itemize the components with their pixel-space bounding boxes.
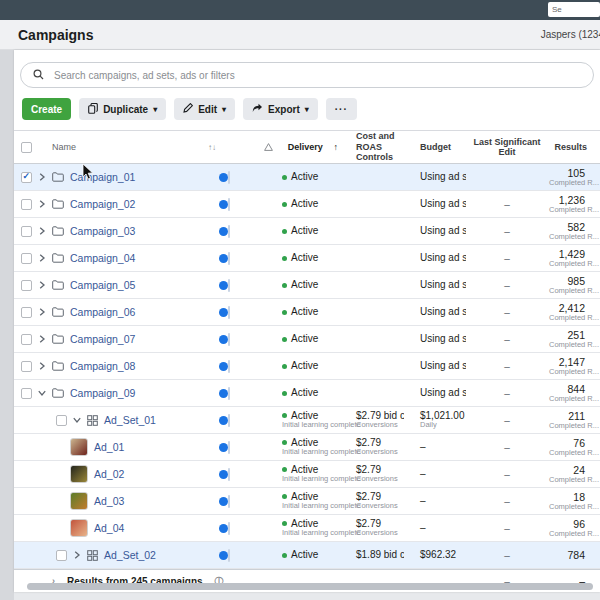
row-name-link[interactable]: Campaign_06 — [70, 306, 135, 318]
table-row[interactable]: Campaign_08 Active Using ad s... – 2,147… — [14, 353, 600, 380]
row-name-link[interactable]: Campaign_01 — [70, 171, 135, 183]
row-checkbox[interactable] — [56, 415, 67, 426]
delivery-status: Active — [291, 306, 318, 318]
column-header-delivery[interactable]: Delivery — [288, 142, 323, 152]
row-checkbox[interactable] — [21, 253, 32, 264]
search-bar[interactable]: Search campaigns, ad sets, ads or filter… — [20, 62, 594, 88]
expand-chevron-icon[interactable] — [73, 551, 81, 559]
row-checkbox[interactable] — [21, 361, 32, 372]
duplicate-icon — [88, 103, 98, 116]
expand-chevron-icon[interactable] — [38, 389, 52, 397]
column-header-last-edit[interactable]: Last Significant Edit — [466, 137, 548, 158]
delivery-toggle[interactable] — [228, 171, 230, 184]
delivery-toggle[interactable] — [228, 387, 230, 400]
export-label: Export — [268, 104, 300, 115]
results-type: Completed R... — [548, 341, 600, 350]
delivery-toggle[interactable] — [228, 549, 230, 562]
row-name-link[interactable]: Ad_Set_02 — [104, 549, 156, 561]
expand-chevron-icon[interactable] — [38, 362, 52, 370]
table-row[interactable]: Campaign_07 Active Using ad s... – 251 C… — [14, 326, 600, 353]
table-row[interactable]: Campaign_01 Active Using ad s... 105 Com… — [14, 164, 600, 191]
row-name-link[interactable]: Campaign_05 — [70, 279, 135, 291]
delivery-toggle[interactable] — [228, 495, 230, 508]
chevron-down-icon[interactable]: ▾ — [305, 105, 309, 114]
row-name-link[interactable]: Ad_03 — [94, 495, 124, 507]
global-search-input[interactable]: Se — [548, 2, 600, 17]
row-checkbox[interactable] — [21, 172, 32, 183]
table-row[interactable]: Campaign_02 Active Using ad s... – 1,236… — [14, 191, 600, 218]
expand-chevron-icon[interactable] — [38, 308, 52, 316]
column-header-budget[interactable]: Budget — [404, 142, 466, 152]
sort-icon[interactable]: ↑↓ — [208, 143, 228, 152]
column-header-cost[interactable]: Cost and ROAS Controls — [340, 131, 404, 162]
row-name-link[interactable]: Campaign_08 — [70, 360, 135, 372]
budget-value: Using ad s... — [420, 198, 466, 210]
delivery-toggle[interactable] — [228, 333, 230, 346]
column-header-results[interactable]: Results — [548, 142, 600, 152]
expand-chevron-icon[interactable] — [38, 200, 52, 208]
expand-chevron-icon[interactable] — [38, 227, 52, 235]
account-name[interactable]: Jaspers (1234 — [541, 29, 600, 40]
delivery-toggle[interactable] — [228, 360, 230, 373]
delivery-toggle[interactable] — [228, 441, 230, 454]
budget-value: Using ad s... — [420, 387, 466, 399]
row-name-link[interactable]: Ad_01 — [94, 441, 124, 453]
row-checkbox[interactable] — [56, 550, 67, 561]
column-header-name[interactable]: Name — [52, 142, 208, 152]
table-row[interactable]: Ad_Set_01 Active Initial learning comple… — [14, 407, 600, 434]
delivery-toggle[interactable] — [228, 306, 230, 319]
adset-grid-icon — [87, 550, 98, 561]
row-checkbox[interactable] — [21, 307, 32, 318]
table-row[interactable]: Ad_02 Active Initial learning complete $… — [14, 461, 600, 488]
more-options-button[interactable]: ··· — [326, 98, 357, 120]
expand-chevron-icon[interactable] — [38, 335, 52, 343]
row-name-link[interactable]: Campaign_03 — [70, 225, 135, 237]
row-name-link[interactable]: Campaign_02 — [70, 198, 135, 210]
delivery-toggle[interactable] — [228, 414, 230, 427]
select-all-checkbox[interactable] — [21, 142, 32, 153]
results-value: 18 — [548, 491, 600, 503]
delivery-substatus: Initial learning complete — [282, 529, 340, 538]
table-row[interactable]: Campaign_05 Active Using ad s... – 985 C… — [14, 272, 600, 299]
table-row[interactable]: Campaign_03 Active Using ad s... – 582 C… — [14, 218, 600, 245]
delivery-status: Active — [291, 225, 318, 237]
row-name-link[interactable]: Ad_04 — [94, 522, 124, 534]
table-row[interactable]: Campaign_09 Active Using ad s... – 844 C… — [14, 380, 600, 407]
delivery-toggle[interactable] — [228, 198, 230, 211]
table-row[interactable]: Ad_03 Active Initial learning complete $… — [14, 488, 600, 515]
export-button[interactable]: Export ▾ — [243, 98, 318, 120]
row-checkbox[interactable] — [21, 334, 32, 345]
delivery-toggle[interactable] — [228, 225, 230, 238]
table-row[interactable]: Ad_01 Active Initial learning complete $… — [14, 434, 600, 461]
delivery-status: Active — [291, 252, 318, 264]
chevron-down-icon[interactable]: ▾ — [153, 105, 157, 114]
duplicate-button[interactable]: Duplicate ▾ — [79, 98, 166, 120]
row-name-link[interactable]: Ad_Set_01 — [104, 414, 156, 426]
delivery-toggle[interactable] — [228, 468, 230, 481]
expand-chevron-icon[interactable] — [38, 173, 52, 181]
table-row[interactable]: Ad_04 Active Initial learning complete $… — [14, 515, 600, 542]
expand-chevron-icon[interactable] — [38, 254, 52, 262]
chevron-down-icon[interactable]: ▾ — [222, 105, 226, 114]
row-name-link[interactable]: Campaign_07 — [70, 333, 135, 345]
row-name-link[interactable]: Campaign_04 — [70, 252, 135, 264]
row-checkbox[interactable] — [21, 280, 32, 291]
row-checkbox[interactable] — [21, 388, 32, 399]
table-row[interactable]: Ad_Set_02 Active $1.89 bid cap $962.32 –… — [14, 542, 600, 569]
expand-chevron-icon[interactable] — [73, 416, 81, 424]
budget-value: Using ad s... — [420, 252, 466, 264]
create-button[interactable]: Create — [22, 98, 71, 120]
delivery-toggle[interactable] — [228, 279, 230, 292]
edit-button[interactable]: Edit ▾ — [174, 98, 235, 120]
sort-ascending-icon[interactable]: ↑ — [334, 142, 339, 152]
table-row[interactable]: Campaign_04 Active Using ad s... – 1,429… — [14, 245, 600, 272]
horizontal-scrollbar[interactable] — [27, 583, 593, 590]
delivery-toggle[interactable] — [228, 252, 230, 265]
row-checkbox[interactable] — [21, 226, 32, 237]
row-name-link[interactable]: Campaign_09 — [70, 387, 135, 399]
expand-chevron-icon[interactable] — [38, 281, 52, 289]
table-row[interactable]: Campaign_06 Active Using ad s... – 2,412… — [14, 299, 600, 326]
delivery-toggle[interactable] — [228, 522, 230, 535]
row-name-link[interactable]: Ad_02 — [94, 468, 124, 480]
row-checkbox[interactable] — [21, 199, 32, 210]
